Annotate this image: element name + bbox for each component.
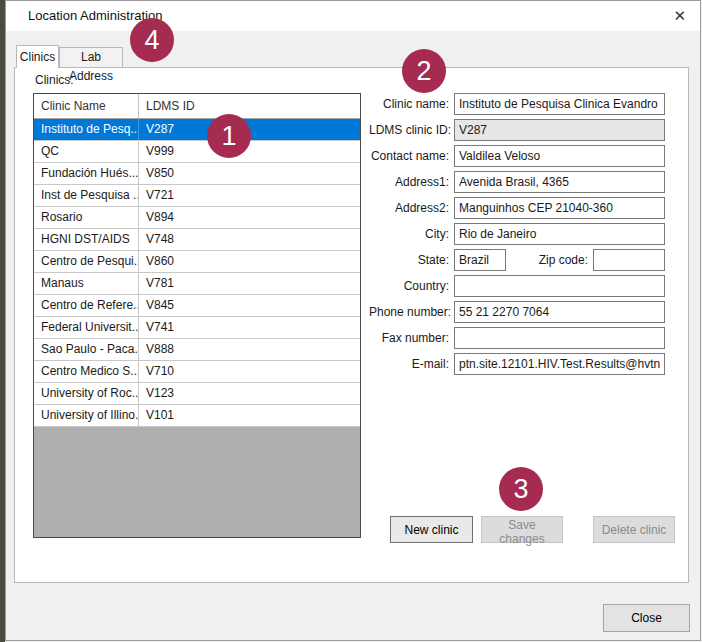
annotation-badge-2: 2	[402, 49, 446, 93]
tab-clinics[interactable]: Clinics	[16, 45, 59, 68]
fax-number-label: Fax number:	[369, 331, 449, 345]
cell-ldms-id: V888	[139, 339, 360, 360]
table-row[interactable]: Federal Universit...V741	[34, 317, 360, 339]
cell-ldms-id: V845	[139, 295, 360, 316]
column-header-ldms-id[interactable]: LDMS ID	[139, 94, 360, 118]
annotation-badge-1: 1	[207, 114, 251, 158]
new-clinic-button[interactable]: New clinic	[390, 516, 473, 543]
cell-clinic-name: Fundación Hués...	[34, 163, 139, 184]
cell-clinic-name: Manaus	[34, 273, 139, 294]
cell-ldms-id: V860	[139, 251, 360, 272]
table-row[interactable]: Instituto de Pesq...V287	[34, 119, 360, 141]
country-label: Country:	[369, 279, 449, 293]
clinic-name-label: Clinic name:	[369, 97, 449, 111]
address2-row: Address2:	[369, 197, 665, 219]
city-label: City:	[369, 227, 449, 241]
table-body: Instituto de Pesq...V287QCV999Fundación …	[34, 119, 360, 427]
table-row[interactable]: Centro Medico S...V710	[34, 361, 360, 383]
table-row[interactable]: QCV999	[34, 141, 360, 163]
table-row[interactable]: Centro de Pesqui...V860	[34, 251, 360, 273]
table-header-row: Clinic Name LDMS ID	[34, 94, 360, 119]
cell-clinic-name: Inst de Pesquisa ...	[34, 185, 139, 206]
window-close-icon[interactable]: ✕	[673, 1, 686, 31]
cell-ldms-id: V101	[139, 405, 360, 426]
state-label: State:	[369, 253, 449, 267]
tab-lab-address[interactable]: Lab Address	[59, 47, 123, 67]
ldms-clinic-id-label: LDMS clinic ID:	[369, 123, 449, 137]
contact-name-field[interactable]	[454, 145, 665, 167]
annotation-badge-4: 4	[130, 18, 174, 62]
country-field[interactable]	[454, 275, 665, 297]
cell-ldms-id: V999	[139, 141, 360, 162]
address1-field[interactable]	[454, 171, 665, 193]
cell-ldms-id: V781	[139, 273, 360, 294]
clinic-name-row: Clinic name:	[369, 93, 665, 115]
table-row[interactable]: University of Illino...V101	[34, 405, 360, 427]
country-row: Country:	[369, 275, 665, 297]
ldms-clinic-id-row: LDMS clinic ID:	[369, 119, 665, 141]
cell-ldms-id: V710	[139, 361, 360, 382]
table-row[interactable]: Centro de Refere...V845	[34, 295, 360, 317]
address1-row: Address1:	[369, 171, 665, 193]
cell-clinic-name: Centro de Refere...	[34, 295, 139, 316]
titlebar: Location Administration ✕	[6, 1, 700, 31]
cell-clinic-name: University of Illino...	[34, 405, 139, 426]
clinics-table: Clinic Name LDMS ID Instituto de Pesq...…	[33, 93, 361, 538]
cell-ldms-id: V748	[139, 229, 360, 250]
cell-clinic-name: QC	[34, 141, 139, 162]
table-row[interactable]: ManausV781	[34, 273, 360, 295]
cell-ldms-id: V741	[139, 317, 360, 338]
phone-number-field[interactable]	[454, 301, 665, 323]
cell-clinic-name: Sao Paulo - Paca...	[34, 339, 139, 360]
close-button[interactable]: Close	[603, 604, 690, 632]
state-field[interactable]	[454, 249, 506, 271]
fax-number-row: Fax number:	[369, 327, 665, 349]
zip-code-field[interactable]	[593, 249, 665, 271]
table-row[interactable]: University of Roc...V123	[34, 383, 360, 405]
email-field[interactable]	[454, 353, 665, 375]
address1-label: Address1:	[369, 175, 449, 189]
delete-clinic-button[interactable]: Delete clinic	[593, 516, 675, 543]
cell-ldms-id: V721	[139, 185, 360, 206]
city-row: City:	[369, 223, 665, 245]
clinics-list-label: Clinics:	[35, 73, 74, 87]
cell-ldms-id: V894	[139, 207, 360, 228]
phone-number-label: Phone number:	[369, 305, 449, 319]
fax-number-field[interactable]	[454, 327, 665, 349]
cell-clinic-name: Centro de Pesqui...	[34, 251, 139, 272]
cell-ldms-id: V850	[139, 163, 360, 184]
zip-code-label: Zip code:	[506, 253, 588, 267]
location-administration-window: Location Administration ✕ Clinics Lab Ad…	[0, 0, 702, 642]
cell-ldms-id: V123	[139, 383, 360, 404]
address2-field[interactable]	[454, 197, 665, 219]
table-row[interactable]: Sao Paulo - Paca...V888	[34, 339, 360, 361]
email-row: E-mail:	[369, 353, 665, 375]
table-row[interactable]: Fundación Hués...V850	[34, 163, 360, 185]
table-row[interactable]: RosarioV894	[34, 207, 360, 229]
ldms-clinic-id-field	[454, 119, 665, 141]
address2-label: Address2:	[369, 201, 449, 215]
cell-clinic-name: Centro Medico S...	[34, 361, 139, 382]
annotation-badge-3: 3	[499, 467, 543, 511]
cell-clinic-name: Rosario	[34, 207, 139, 228]
clinic-detail-form: Clinic name:LDMS clinic ID:Contact name:…	[369, 93, 665, 379]
save-changes-button[interactable]: Save changes	[481, 516, 563, 543]
table-row[interactable]: HGNI DST/AIDSV748	[34, 229, 360, 251]
contact-name-row: Contact name:	[369, 145, 665, 167]
city-field[interactable]	[454, 223, 665, 245]
phone-number-row: Phone number:	[369, 301, 665, 323]
cell-clinic-name: University of Roc...	[34, 383, 139, 404]
cell-clinic-name: Instituto de Pesq...	[34, 119, 139, 140]
clinic-name-field[interactable]	[454, 93, 665, 115]
table-row[interactable]: Inst de Pesquisa ...V721	[34, 185, 360, 207]
state-row: State:Zip code:	[369, 249, 665, 271]
column-header-clinic-name[interactable]: Clinic Name	[34, 94, 139, 118]
cell-clinic-name: Federal Universit...	[34, 317, 139, 338]
cell-clinic-name: HGNI DST/AIDS	[34, 229, 139, 250]
contact-name-label: Contact name:	[369, 149, 449, 163]
email-label: E-mail:	[369, 357, 449, 371]
